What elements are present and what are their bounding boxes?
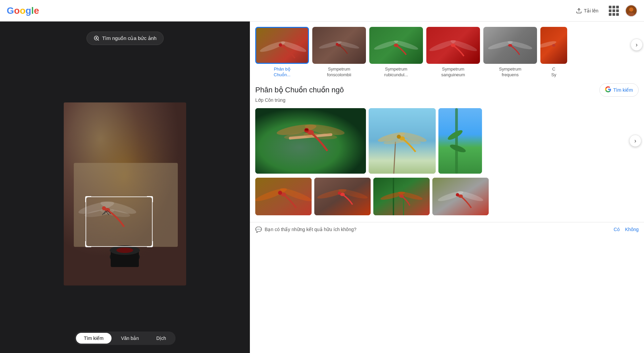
avatar[interactable] <box>625 5 637 17</box>
logo-letter-g2: g <box>25 5 31 16</box>
avatar-image <box>626 5 637 17</box>
header: G o o g l e Tải lên <box>0 0 644 21</box>
svg-point-22 <box>116 248 133 253</box>
feedback-question: 💬 Bạn có thấy những kết quả hữu ích khôn… <box>255 226 357 233</box>
svg-point-68 <box>278 191 282 195</box>
upload-icon <box>576 8 582 14</box>
thumbnail-item-1[interactable]: Phân bộChuồn... <box>255 27 309 78</box>
section-title-text: Phân bộ Chuồn chuồn ngô <box>255 86 344 94</box>
main-layout: Tìm nguồn của bức ảnh <box>0 21 644 353</box>
thumbnail-item-5[interactable]: Sympetrumfrequens <box>483 27 537 78</box>
main-image-1[interactable] <box>255 108 366 174</box>
upload-button[interactable]: Tải lên <box>572 5 602 16</box>
section-title-row: Phân bộ Chuồn chuồn ngô Tìm kiếm <box>255 83 639 97</box>
svg-rect-60 <box>438 108 482 174</box>
apps-button[interactable] <box>608 5 620 17</box>
svg-rect-42 <box>255 108 366 174</box>
thumbnail-item-2[interactable]: Sympetrumfonscolombii <box>312 27 366 78</box>
scene-background <box>64 102 186 285</box>
bottom-tabs: Tìm kiếm Văn bản Dịch <box>74 332 175 345</box>
second-image-4[interactable] <box>432 178 489 215</box>
thumbnail-image-2 <box>312 27 366 64</box>
feedback-bar: 💬 Bạn có thấy những kết quả hữu ích khôn… <box>250 222 644 237</box>
thumbnails-next-button[interactable]: › <box>631 39 643 51</box>
thumbnail-label-6: CSy <box>551 67 556 78</box>
thumbnail-item-4[interactable]: Sympetrumsanguineum <box>426 27 480 78</box>
thumbnail-image-3 <box>369 27 423 64</box>
google-g-icon <box>605 86 611 94</box>
main-image-3[interactable] <box>438 108 482 174</box>
thumbnail-label-2: Sympetrumfonscolombii <box>327 67 351 78</box>
feedback-yes[interactable]: Có <box>614 227 620 232</box>
thumbnail-label-4: Sympetrumsanguineum <box>441 67 465 78</box>
thumbnail-image-1 <box>255 27 309 64</box>
logo-letter-e: e <box>34 5 39 16</box>
header-right: Tải lên <box>572 5 637 17</box>
logo-letter-o1: o <box>14 5 20 16</box>
feedback-question-text: Bạn có thấy những kết quả hữu ích không? <box>265 227 357 232</box>
section-subtitle: Lớp Côn trùng <box>255 97 639 103</box>
corner-tr <box>147 196 153 202</box>
main-images-row: › <box>250 104 644 178</box>
selection-box <box>86 196 153 247</box>
google-g-svg <box>605 86 611 92</box>
tim-kiem-label: Tìm kiếm <box>613 87 633 93</box>
svg-point-26 <box>279 43 282 47</box>
svg-point-59 <box>397 135 401 139</box>
thumbnail-label-3: Sympetrumrubicundul... <box>384 67 408 78</box>
svg-point-73 <box>338 191 341 195</box>
tab-text[interactable]: Văn bản <box>113 333 147 344</box>
thumbnail-image-4 <box>426 27 480 64</box>
svg-rect-61 <box>455 108 458 174</box>
second-image-3[interactable] <box>373 178 430 215</box>
tab-translate[interactable]: Dịch <box>148 333 174 344</box>
thumbnail-item-3[interactable]: Sympetrumrubicundul... <box>369 27 423 78</box>
svg-point-41 <box>552 44 555 47</box>
dragonfly-scene <box>64 102 186 285</box>
tab-search[interactable]: Tìm kiếm <box>76 333 112 344</box>
second-images-row <box>250 178 644 219</box>
main-images-next-button[interactable]: › <box>629 135 641 147</box>
corner-tl <box>85 196 91 202</box>
thumbnail-item-6[interactable]: CSy <box>540 27 567 78</box>
tim-kiem-button[interactable]: Tìm kiếm <box>599 83 639 97</box>
feedback-no[interactable]: Không <box>625 227 639 232</box>
feedback-icon: 💬 <box>255 226 262 233</box>
google-logo[interactable]: G o o g l e <box>7 5 39 16</box>
corner-br <box>147 241 153 247</box>
main-image-2[interactable] <box>369 108 436 174</box>
logo-letter-g: G <box>7 5 14 16</box>
corner-bl <box>85 241 91 247</box>
svg-point-30 <box>336 43 338 46</box>
logo-letter-l: l <box>31 5 34 16</box>
lens-icon <box>93 35 99 41</box>
right-panel: Phân bộChuồn... Sympetrumfons <box>250 21 644 353</box>
header-left: G o o g l e <box>7 5 39 16</box>
svg-point-84 <box>456 193 459 196</box>
section-heading: Phân bộ Chuồn chuồn ngô Tìm kiếm Lớp Côn… <box>250 83 644 103</box>
thumbnail-image-5 <box>483 27 537 64</box>
thumbnail-label-5: Sympetrumfrequens <box>499 67 521 78</box>
search-source-button[interactable]: Tìm nguồn của bức ảnh <box>86 32 163 45</box>
second-image-2[interactable] <box>314 178 371 215</box>
thumbnail-label-1: Phân bộChuồn... <box>274 67 290 78</box>
apps-grid-icon <box>609 6 619 16</box>
thumbnail-image-6 <box>540 27 567 64</box>
svg-point-2 <box>629 7 633 11</box>
search-source-label: Tìm nguồn của bức ảnh <box>102 35 156 41</box>
main-image-container <box>64 102 186 285</box>
svg-point-51 <box>306 129 308 131</box>
second-image-1[interactable] <box>255 178 312 215</box>
svg-point-5 <box>95 37 97 39</box>
feedback-actions: Có Không <box>614 227 639 232</box>
left-panel: Tìm nguồn của bức ảnh <box>0 21 250 353</box>
logo-letter-o2: o <box>20 5 25 16</box>
thumbnails-row: Phân bộChuồn... Sympetrumfons <box>250 27 644 78</box>
upload-label: Tải lên <box>584 8 598 13</box>
